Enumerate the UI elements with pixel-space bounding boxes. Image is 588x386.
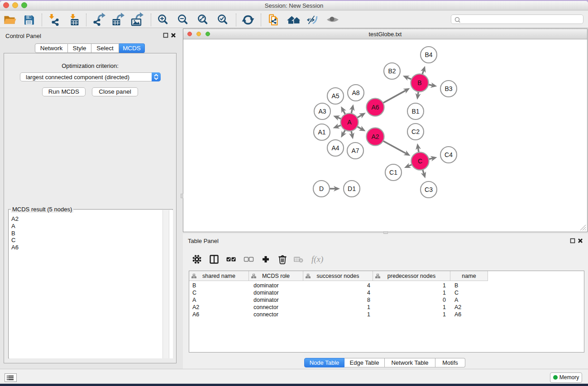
svg-text:f(x): f(x) [311, 254, 323, 264]
